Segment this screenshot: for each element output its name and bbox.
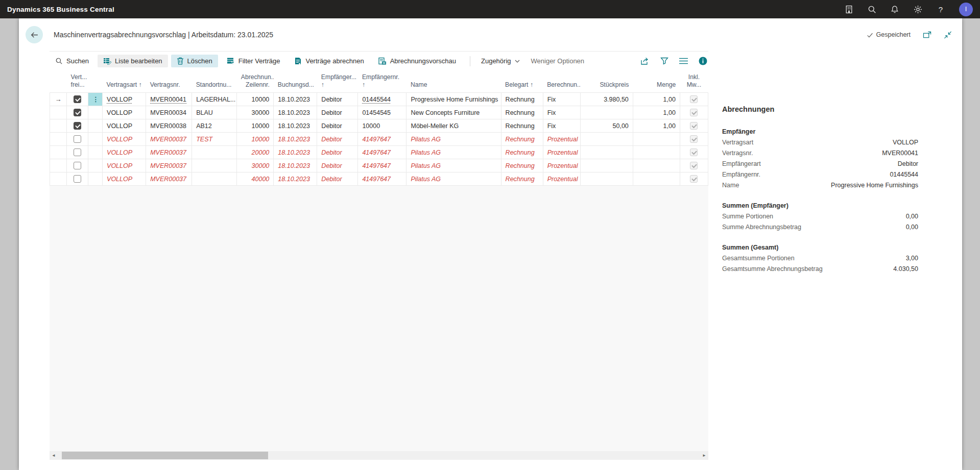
cell-name[interactable]: Pilatus AG <box>407 172 501 186</box>
cell-zeilennr[interactable]: 30000 <box>237 159 274 172</box>
cell-belegart[interactable]: Rechnung <box>501 172 543 186</box>
cell-belegart[interactable]: Rechnung <box>501 119 543 133</box>
cell-stueckpreis[interactable] <box>580 159 633 172</box>
cell-empfaengerart[interactable]: Debitor <box>317 159 358 172</box>
cell-menge[interactable] <box>633 159 680 172</box>
row-menu-button[interactable]: ⋮ <box>88 93 103 106</box>
cell-buchungsdatum[interactable]: 18.10.2023 <box>274 133 317 146</box>
environments-icon[interactable] <box>844 5 853 14</box>
column-header-standort[interactable]: Standortnu... <box>192 70 237 93</box>
cell-zeilennr[interactable]: 40000 <box>237 172 274 186</box>
cell-buchungsdatum[interactable]: 18.10.2023 <box>274 119 317 133</box>
cell-menge[interactable]: 1,00 <box>633 93 680 106</box>
cell-empfaengernr[interactable]: 01445544 <box>358 93 407 106</box>
row-select-checkbox[interactable] <box>67 119 88 133</box>
cell-berechnung[interactable]: Prozentual <box>543 159 580 172</box>
action-verträge-abrechnen[interactable]: Verträge abrechnen <box>289 55 369 67</box>
column-header-vertragsnr[interactable]: Vertragsnr. <box>146 70 192 93</box>
cell-vertragsart[interactable]: VOLLOP <box>103 133 146 146</box>
avatar[interactable]: I <box>959 3 973 16</box>
cell-standort[interactable]: BLAU <box>192 106 237 119</box>
cell-empfaengernr[interactable]: 10000 <box>358 119 407 133</box>
column-header-vertragsart[interactable]: Vertragsart ↑ <box>103 70 146 93</box>
cell-belegart[interactable]: Rechnung <box>501 133 543 146</box>
cell-stueckpreis[interactable] <box>580 146 633 159</box>
cell-name[interactable]: Pilatus AG <box>407 159 501 172</box>
cell-berechnung[interactable]: Prozentual <box>543 146 580 159</box>
cell-name[interactable]: New Concepts Furniture <box>407 106 501 119</box>
column-header-empfaengernr[interactable]: Empfängernr.↑ <box>358 70 407 93</box>
cell-zeilennr[interactable]: 10000 <box>237 119 274 133</box>
search-icon[interactable] <box>867 5 876 14</box>
row-select-checkbox[interactable] <box>67 106 88 119</box>
column-header-stueckpreis[interactable]: Stückpreis <box>580 70 633 93</box>
open-in-new-window-icon[interactable] <box>923 31 931 39</box>
scroll-right-arrow[interactable]: ► <box>700 451 708 460</box>
cell-vertragsart[interactable]: VOLLOP <box>103 172 146 186</box>
cell-vertragsart[interactable]: VOLLOP <box>103 93 146 106</box>
cell-name[interactable]: Progressive Home Furnishings <box>407 93 501 106</box>
cell-menge[interactable] <box>633 133 680 146</box>
row-menu-button[interactable] <box>88 172 103 186</box>
cell-standort[interactable] <box>192 146 237 159</box>
collapse-icon[interactable] <box>944 31 952 39</box>
row-menu-button[interactable] <box>88 159 103 172</box>
cell-zeilennr[interactable]: 10000 <box>237 133 274 146</box>
cell-empfaengernr[interactable]: 41497647 <box>358 133 407 146</box>
cell-berechnung[interactable]: Fix <box>543 106 580 119</box>
cell-menge[interactable]: 1,00 <box>633 119 680 133</box>
settings-gear-icon[interactable] <box>913 5 922 14</box>
action-liste-bearbeiten[interactable]: Liste bearbeiten <box>98 55 168 67</box>
cell-buchungsdatum[interactable]: 18.10.2023 <box>274 93 317 106</box>
cell-vertragsart[interactable]: VOLLOP <box>103 159 146 172</box>
cell-berechnung[interactable]: Fix <box>543 93 580 106</box>
row-menu-button[interactable] <box>88 133 103 146</box>
cell-buchungsdatum[interactable]: 18.10.2023 <box>274 172 317 186</box>
cell-belegart[interactable]: Rechnung <box>501 159 543 172</box>
cell-empfaengernr[interactable]: 41497647 <box>358 172 407 186</box>
list-view-icon[interactable] <box>679 58 688 64</box>
horizontal-scrollbar[interactable]: ◄ ► <box>50 451 708 460</box>
cell-standort[interactable] <box>192 172 237 186</box>
cell-menge[interactable]: 1,00 <box>633 106 680 119</box>
cell-stueckpreis[interactable] <box>580 106 633 119</box>
cell-empfaengerart[interactable]: Debitor <box>317 119 358 133</box>
row-select-checkbox[interactable] <box>67 172 88 186</box>
cell-standort[interactable]: LAGERHAL... <box>192 93 237 106</box>
cell-standort[interactable] <box>192 159 237 172</box>
cell-vertragsnr[interactable]: MVER00037 <box>146 133 192 146</box>
cell-name[interactable]: Pilatus AG <box>407 146 501 159</box>
cell-menge[interactable] <box>633 172 680 186</box>
cell-zeilennr[interactable]: 20000 <box>237 146 274 159</box>
cell-name[interactable]: Möbel-Meller KG <box>407 119 501 133</box>
cell-vertragsnr[interactable]: MVER00038 <box>146 119 192 133</box>
cell-empfaengerart[interactable]: Debitor <box>317 106 358 119</box>
column-header-belegart[interactable]: Belegart ↑ <box>501 70 543 93</box>
row-menu-button[interactable] <box>88 106 103 119</box>
help-icon[interactable]: ? <box>936 5 945 14</box>
cell-vertragsnr[interactable]: MVER00037 <box>146 146 192 159</box>
app-title[interactable]: Dynamics 365 Business Central <box>7 6 114 13</box>
column-header-menge[interactable]: Menge <box>633 70 680 93</box>
cell-empfaengerart[interactable]: Debitor <box>317 146 358 159</box>
column-header-empfaengerart[interactable]: Empfänger...↑ <box>317 70 358 93</box>
cell-vertragsnr[interactable]: MVER00034 <box>146 106 192 119</box>
cell-vertragsnr[interactable]: MVER00037 <box>146 159 192 172</box>
row-menu-button[interactable] <box>88 119 103 133</box>
cell-berechnung[interactable]: Prozentual <box>543 133 580 146</box>
back-button[interactable] <box>26 26 43 43</box>
cell-vertragsart[interactable]: VOLLOP <box>103 106 146 119</box>
cell-empfaengerart[interactable]: Debitor <box>317 93 358 106</box>
action-abrechnungsvorschau[interactable]: Abrechnungsvorschau <box>373 55 462 67</box>
cell-stueckpreis[interactable] <box>580 133 633 146</box>
info-panel-icon[interactable] <box>699 57 707 65</box>
cell-berechnung[interactable]: Prozentual <box>543 172 580 186</box>
cell-zeilennr[interactable]: 10000 <box>237 93 274 106</box>
cell-standort[interactable]: AB12 <box>192 119 237 133</box>
fewer-options-button[interactable]: Weniger Optionen <box>525 55 590 67</box>
row-select-checkbox[interactable] <box>67 146 88 159</box>
cell-stueckpreis[interactable]: 3.980,50 <box>580 93 633 106</box>
notifications-bell-icon[interactable] <box>890 5 899 14</box>
cell-stueckpreis[interactable] <box>580 172 633 186</box>
cell-belegart[interactable]: Rechnung <box>501 106 543 119</box>
